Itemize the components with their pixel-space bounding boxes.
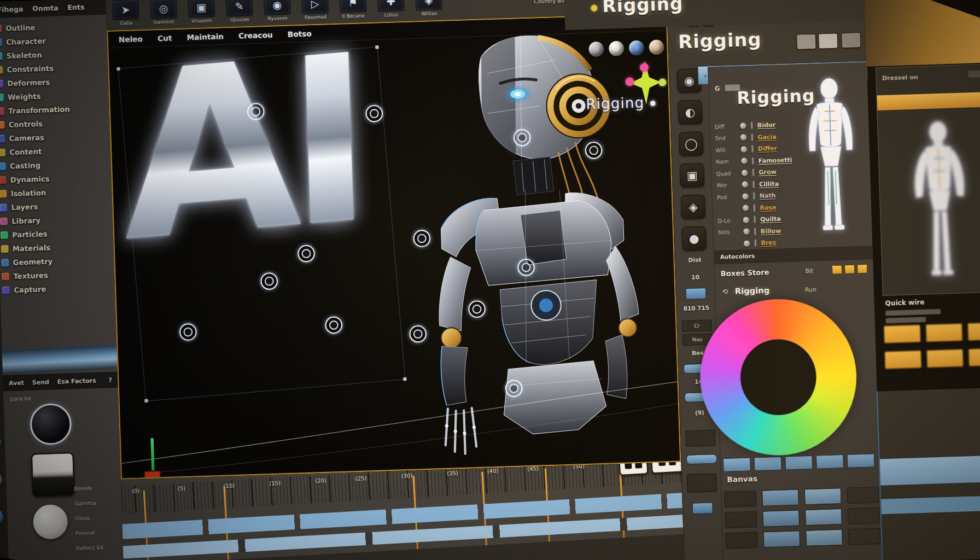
- panel-header-button[interactable]: [841, 32, 861, 48]
- preset-button[interactable]: [967, 322, 980, 341]
- rig-preview-mannequin[interactable]: [794, 74, 869, 244]
- channel-button[interactable]: [832, 265, 842, 274]
- channel-button[interactable]: [857, 264, 867, 273]
- field-chip[interactable]: Cr: [682, 319, 712, 332]
- help-icon[interactable]: ?: [108, 376, 112, 383]
- property-cell[interactable]: [763, 530, 800, 547]
- shading-ball-icon[interactable]: [588, 42, 604, 57]
- field-chip[interactable]: [685, 430, 715, 447]
- shading-ball-icon[interactable]: [629, 40, 644, 55]
- material-swatch-dark-sphere[interactable]: [30, 403, 72, 446]
- refresh-icon[interactable]: ⟲: [722, 288, 728, 296]
- tool-button[interactable]: ✚ Lizius: [376, 0, 406, 18]
- sidebar-item-label: Layers: [11, 202, 38, 211]
- property-cell[interactable]: [847, 487, 879, 504]
- panel-header-button[interactable]: [818, 33, 838, 49]
- track-strip[interactable]: [881, 495, 980, 514]
- dock-icon[interactable]: [0, 509, 3, 525]
- header-chip[interactable]: [968, 70, 980, 78]
- material-label[interactable]: Reflect 04: [76, 544, 107, 560]
- material-tab[interactable]: Esa Factors: [57, 377, 96, 385]
- preset-button[interactable]: [884, 324, 921, 343]
- swatch-tab[interactable]: [785, 456, 813, 470]
- axis-gizmo[interactable]: [144, 453, 179, 479]
- material-label[interactable]: Bevels: [74, 485, 104, 500]
- material-label[interactable]: Gamma: [74, 499, 105, 515]
- menu-item[interactable]: Onmta: [32, 4, 59, 13]
- strip-tool-icon[interactable]: ◐: [678, 100, 702, 125]
- tool-button[interactable]: ➤ Galia: [110, 0, 141, 26]
- bone-name[interactable]: Bres: [761, 239, 776, 246]
- keyframe-button[interactable]: [651, 462, 684, 474]
- tool-button[interactable]: ◉ Ryvonm: [262, 0, 293, 22]
- blue-value-box[interactable]: [692, 502, 713, 514]
- blue-slider[interactable]: [686, 454, 717, 465]
- bone-name[interactable]: Nath: [760, 192, 776, 200]
- bone-name[interactable]: Bidur: [757, 121, 775, 129]
- bone-name[interactable]: Quilta: [760, 215, 781, 223]
- bone-name[interactable]: Grow: [759, 168, 777, 176]
- swatch-tab[interactable]: [816, 454, 844, 469]
- tool-button[interactable]: ◈ Willias: [413, 0, 444, 17]
- property-cell[interactable]: [725, 511, 757, 528]
- strip-tool-icon[interactable]: ●: [682, 226, 707, 250]
- swatch-tab[interactable]: [754, 457, 782, 471]
- blue-value-box[interactable]: [685, 288, 706, 300]
- field-chip[interactable]: [687, 474, 718, 493]
- panel-header-button[interactable]: [796, 33, 816, 49]
- material-tab[interactable]: Send: [32, 378, 49, 386]
- dock-icon[interactable]: [0, 472, 2, 488]
- track-strip[interactable]: [880, 455, 980, 486]
- property-cell[interactable]: [724, 491, 757, 508]
- tool-label: Ujuuzas: [230, 16, 249, 23]
- preset-button[interactable]: [884, 351, 921, 370]
- sidebar-item-label: Casting: [10, 161, 40, 170]
- property-cell[interactable]: [805, 509, 842, 526]
- preset-button[interactable]: [968, 348, 980, 367]
- bone-name[interactable]: Cillita: [759, 180, 779, 188]
- bone-name[interactable]: Billow: [761, 227, 781, 235]
- tool-button[interactable]: ◎ Isammm: [148, 0, 179, 25]
- tool-button[interactable]: ✎ Ujuuzas: [224, 0, 255, 23]
- property-cell[interactable]: [804, 488, 842, 505]
- property-cell[interactable]: [762, 489, 799, 506]
- property-cell[interactable]: [762, 510, 800, 527]
- bone-name[interactable]: Rose: [760, 203, 776, 211]
- menu-item[interactable]: Fihega: [0, 5, 24, 14]
- material-swatch-plane[interactable]: [31, 452, 75, 497]
- shading-ball-icon[interactable]: [649, 39, 664, 55]
- row-label: Wor: [716, 182, 737, 189]
- sidebar-item[interactable]: Capture: [2, 280, 113, 298]
- channel-button[interactable]: [844, 265, 855, 274]
- preset-button[interactable]: [925, 323, 962, 342]
- keyframe-button[interactable]: [619, 462, 648, 476]
- material-tab[interactable]: Avet: [9, 379, 24, 386]
- bone-name[interactable]: Differ: [758, 145, 777, 153]
- strip-tool-icon[interactable]: ▣: [680, 163, 704, 188]
- material-label[interactable]: Fresnel: [75, 529, 106, 545]
- 3d-viewport[interactable]: NeleoCutMaintainCreacouBotso AI: [107, 13, 681, 480]
- preset-button[interactable]: [926, 349, 964, 368]
- shading-ball-icon[interactable]: [609, 41, 624, 56]
- property-cell[interactable]: [725, 532, 758, 549]
- dock-icon[interactable]: [0, 434, 1, 450]
- swatch-tab[interactable]: [723, 457, 751, 472]
- menu-item[interactable]: Ents: [67, 3, 85, 12]
- bone-name[interactable]: Famosetti: [758, 156, 792, 164]
- item-type-icon: [0, 66, 3, 73]
- faint-row: [885, 309, 941, 316]
- material-label[interactable]: Gloss: [75, 515, 106, 530]
- property-cell[interactable]: [848, 528, 881, 545]
- frame-label: (45): [527, 465, 539, 472]
- store-label[interactable]: Boxes Store: [720, 268, 769, 278]
- tool-button[interactable]: ⚑ Il Becane: [338, 0, 369, 19]
- strip-tool-icon[interactable]: ◯: [679, 131, 703, 156]
- property-cell[interactable]: [806, 529, 843, 546]
- strip-tool-icon[interactable]: ◈: [681, 195, 705, 219]
- tool-button[interactable]: ▷ Fasomod: [300, 0, 330, 21]
- material-swatch-light-sphere[interactable]: [33, 504, 68, 540]
- property-cell[interactable]: [848, 508, 880, 524]
- bone-name[interactable]: Gacia: [757, 133, 777, 141]
- tool-button[interactable]: ▣ Vnuonm: [186, 0, 217, 24]
- swatch-tab[interactable]: [847, 453, 875, 468]
